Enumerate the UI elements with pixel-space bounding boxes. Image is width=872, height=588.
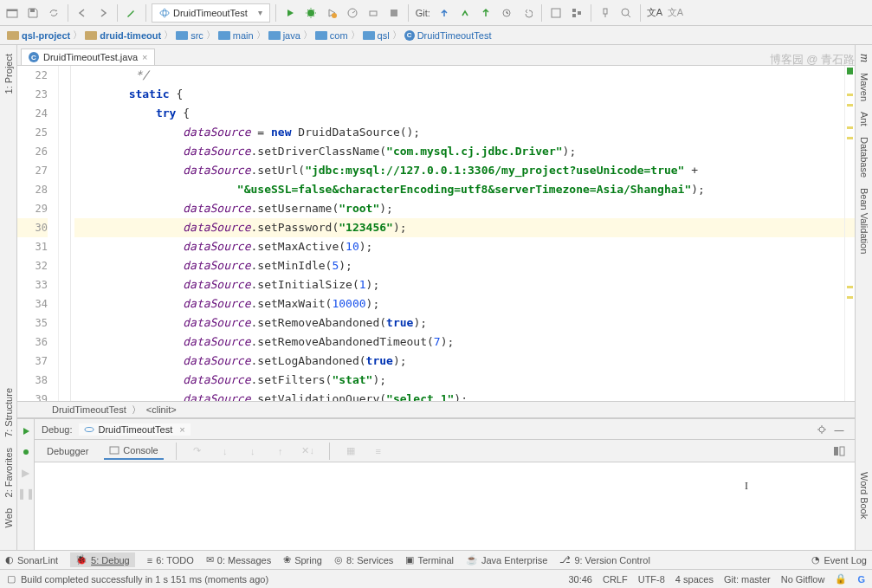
tab-services[interactable]: ◎ 8: Services (334, 554, 393, 565)
breadcrumb-item[interactable]: com (315, 30, 348, 41)
tab-spring[interactable]: ❀ Spring (283, 554, 322, 565)
svg-rect-9 (391, 10, 397, 16)
run-configuration-select[interactable]: DruidTimeoutTest ▾ (152, 3, 270, 23)
crumb-item[interactable]: <clinit> (146, 404, 177, 415)
console-content[interactable]: I (35, 462, 855, 550)
git-rollback-icon[interactable] (519, 4, 536, 22)
forward-icon[interactable] (94, 4, 112, 22)
editor-breadcrumb: DruidTimeoutTest 〉 <clinit> (17, 401, 855, 418)
git-branch[interactable]: Git: master (724, 574, 771, 585)
fold-strip[interactable] (59, 66, 71, 401)
back-icon[interactable] (74, 4, 91, 22)
git-update-icon[interactable] (436, 4, 453, 22)
trace-icon[interactable]: ≡ (370, 443, 387, 460)
google-icon[interactable]: G (857, 574, 865, 585)
svg-rect-13 (572, 14, 576, 17)
tab-mvn[interactable]: m (856, 48, 873, 68)
breadcrumb-item[interactable]: qsl-project (7, 30, 70, 41)
git-push-icon[interactable] (477, 4, 494, 22)
tab-sonarlint[interactable]: ◐ SonarLint (5, 554, 58, 565)
tab-project[interactable]: 1: Project (2, 48, 16, 99)
step-over-icon[interactable]: ↷ (189, 443, 206, 460)
breadcrumb-item[interactable]: CDruidTimeoutTest (404, 30, 492, 41)
pin-icon[interactable] (597, 4, 614, 22)
close-icon[interactable]: × (142, 52, 147, 62)
svg-point-5 (307, 10, 314, 16)
profile-icon[interactable] (344, 4, 361, 22)
gutter[interactable]: 222324252627282930313233343536373839 (17, 66, 59, 401)
breadcrumb-item[interactable]: druid-timeout (85, 30, 161, 41)
gear-icon[interactable] (813, 421, 830, 438)
svg-rect-20 (110, 447, 119, 454)
tab-web[interactable]: Web (2, 503, 16, 533)
tab-vcs[interactable]: ⎇ 9: Version Control (559, 554, 649, 565)
stop-icon[interactable] (385, 4, 403, 22)
force-step-icon[interactable]: ↓ (244, 443, 262, 460)
step-out-icon[interactable]: ↑ (272, 443, 289, 460)
center-panel: C DruidTimeoutTest.java × 22232425262728… (17, 45, 855, 550)
tab-eventlog[interactable]: ◔ Event Log (811, 554, 867, 565)
editor[interactable]: 222324252627282930313233343536373839 */ … (17, 66, 855, 401)
hide-toolwindows-icon[interactable]: ▢ (7, 573, 16, 585)
code-area[interactable]: */ static { try { dataSource = new Druid… (71, 66, 855, 401)
caret-pos[interactable]: 30:46 (568, 574, 592, 585)
step-into-icon[interactable]: ↓ (216, 443, 234, 460)
layout-icon[interactable] (830, 443, 848, 460)
tab-bean-validation[interactable]: Bean Validation (857, 183, 871, 259)
tab-messages[interactable]: ✉ 0: Messages (206, 554, 271, 565)
tab-debug[interactable]: 🐞 5: Debug (70, 552, 135, 567)
lock-icon[interactable]: 🔒 (835, 573, 847, 585)
minimize-icon[interactable]: — (830, 421, 848, 438)
svg-rect-11 (552, 9, 560, 17)
tab-terminal[interactable]: ▣ Terminal (405, 554, 454, 565)
git-history-icon[interactable] (498, 4, 515, 22)
run-icon[interactable] (281, 4, 299, 22)
tab-javaee[interactable]: ☕ Java Enterprise (466, 554, 547, 565)
tab-wordbook[interactable]: Word Book (857, 467, 871, 524)
coverage-icon[interactable] (323, 4, 340, 22)
pause-icon[interactable]: ❚❚ (17, 485, 35, 502)
tab-debugger[interactable]: Debugger (42, 443, 94, 459)
close-icon[interactable]: × (179, 424, 184, 435)
chevron-icon: 〉 (303, 29, 313, 42)
tab-favorites[interactable]: 2: Favorites (2, 443, 16, 502)
breadcrumb-item[interactable]: java (268, 30, 300, 41)
chevron-icon: 〉 (256, 29, 266, 42)
ide-settings-icon[interactable] (547, 4, 565, 22)
tab-maven[interactable]: Maven (857, 68, 871, 107)
rerun-icon[interactable] (17, 423, 35, 440)
debug-icon[interactable] (302, 4, 320, 22)
rerun-debug-icon[interactable] (17, 443, 35, 461)
git-commit-icon[interactable] (456, 4, 474, 22)
search-icon[interactable] (617, 4, 635, 22)
file-tab[interactable]: C DruidTimeoutTest.java × (21, 48, 155, 65)
save-icon[interactable] (24, 4, 42, 22)
attach-icon[interactable] (365, 4, 382, 22)
breadcrumb-item[interactable]: src (176, 30, 203, 41)
breadcrumb-item[interactable]: qsl (363, 30, 390, 41)
struct-icon[interactable] (568, 4, 585, 22)
debug-target[interactable]: DruidTimeoutTest × (79, 423, 190, 436)
resume-icon[interactable]: ▶ (17, 464, 35, 481)
tab-database[interactable]: Database (857, 132, 871, 183)
breadcrumb-item[interactable]: main (218, 30, 254, 41)
tab-todo[interactable]: ≡ 6: TODO (147, 555, 194, 565)
indent[interactable]: 4 spaces (675, 574, 714, 585)
translate-icon[interactable]: 文A (646, 4, 663, 22)
gitflow-status[interactable]: No Gitflow (781, 574, 825, 585)
tab-ant[interactable]: Ant (857, 107, 871, 132)
debug-side-controls: ▶ ❚❚ (17, 419, 35, 550)
evaluate-icon[interactable]: ▦ (342, 443, 359, 460)
build-icon[interactable] (123, 4, 140, 22)
tab-structure[interactable]: 7: Structure (2, 383, 16, 443)
run-to-cursor-icon[interactable]: ✕↓ (300, 443, 317, 460)
svg-rect-2 (30, 9, 35, 12)
refresh-icon[interactable] (45, 4, 62, 22)
crumb-item[interactable]: DruidTimeoutTest (52, 404, 126, 415)
open-icon[interactable] (3, 4, 21, 22)
tab-console[interactable]: Console (104, 443, 163, 460)
line-sep[interactable]: CRLF (603, 574, 628, 585)
encoding[interactable]: UTF-8 (638, 574, 665, 585)
translate-alt-icon[interactable]: 文A (667, 4, 684, 22)
error-stripe[interactable] (844, 66, 855, 401)
